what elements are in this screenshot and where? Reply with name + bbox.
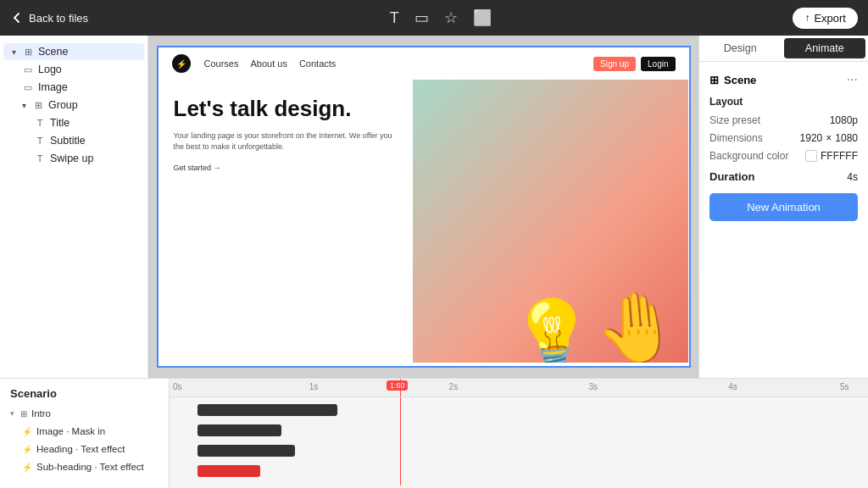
layer-label: Swipe up [50,152,93,164]
panel-tabs: Design Animate [699,36,868,62]
scenario-item-label: Image · Mask in [36,426,105,436]
group-icon: ⊞ [20,409,27,419]
group-icon: ⊞ [32,100,44,111]
layers-panel: ▾ ⊞ Scene ▭ Logo ▭ Image ▾ ⊞ Group T Tit… [0,36,148,378]
track-bar-2[interactable] [198,424,281,436]
scenario-item-label: Heading · Text effect [36,444,125,454]
right-panel: Design Animate ⊞ Scene ··· Layout Size p… [698,36,868,378]
image-icon: ▭ [22,64,34,75]
dim-separator: × [826,132,832,144]
lightning-icon: ⚡ [22,427,32,436]
scenario-item-label: Intro [31,408,51,419]
layer-label: Scene [38,46,68,58]
scenario-image-mask[interactable]: ⚡ Image · Mask in [10,424,159,438]
layer-image[interactable]: ▭ Image [3,79,144,96]
track-3 [170,441,868,460]
layer-label: Title [50,117,70,129]
playhead-label: 1:60 [387,380,409,391]
nav-contacts: Contacts [299,58,336,69]
dimensions-values: 1920 × 1080 [800,132,858,144]
text-tool-icon[interactable]: T [390,9,399,27]
caret-icon: ▾ [12,47,16,57]
nav-about: About us [250,58,287,69]
size-preset-value: 1080p [830,114,858,126]
track-bar-1[interactable] [198,404,337,416]
image-icon: ▭ [22,82,34,93]
back-to-files-button[interactable]: Back to files [10,11,88,25]
main-area: ▾ ⊞ Scene ▭ Logo ▭ Image ▾ ⊞ Group T Tit… [0,36,868,378]
bg-color-value-area: FFFFFF [805,150,858,162]
rect-tool-icon[interactable]: ▭ [415,8,429,27]
size-preset-row: Size preset 1080p [709,114,858,126]
tab-animate[interactable]: Animate [784,38,866,58]
layer-group[interactable]: ▾ ⊞ Group [3,97,144,114]
layer-title[interactable]: T Title [3,114,144,131]
export-button[interactable]: ↑ Export [793,8,858,29]
lightning-icon: ⚡ [22,445,32,454]
track-bar-3[interactable] [198,445,295,457]
scene-icon: ⊞ [22,47,34,58]
topbar: Back to files T ▭ ☆ ⬜ ↑ Export [0,0,868,36]
text-icon: T [34,153,46,164]
layer-subtitle[interactable]: T Subtitle [3,132,144,149]
canvas-subtext: Your landing page is your storefront on … [174,130,398,153]
canvas-nav-links: Courses About us Contacts [204,58,337,69]
export-label: Export [814,12,846,25]
tab-design[interactable]: Design [699,36,782,61]
logo-icon: ⚡ [176,59,186,69]
timeline-playhead[interactable]: 1:60 [400,379,401,396]
canvas-right-content: 💡🤚 [413,80,689,363]
export-area: ↑ Export [793,8,858,29]
scenario-intro[interactable]: ▾ ⊞ Intro [10,407,159,420]
layer-logo[interactable]: ▭ Logo [3,61,144,78]
track-bar-4[interactable] [198,465,260,477]
tick-4s: 4s [728,382,737,391]
layer-label: Subtitle [50,135,86,147]
color-swatch[interactable] [805,150,817,162]
canvas-frame[interactable]: ⚡ Courses About us Contacts Sign up Logi… [157,46,691,368]
dim-width: 1920 [800,132,823,144]
scene-panel-icon: ⊞ [709,74,719,86]
scenario-subheading-text[interactable]: ⚡ Sub-heading · Text effect [10,460,159,474]
bg-color-value: FFFFFF [821,150,858,162]
bottom-area: Scenario ▾ ⊞ Intro ⚡ Image · Mask in ⚡ H… [0,378,868,488]
timeline-area: 0s 1s 2s 3s 4s 5s 1:60 [170,379,868,488]
star-tool-icon[interactable]: ☆ [444,8,458,27]
playhead-line [400,397,401,485]
track-1 [170,401,868,419]
duration-value: 4s [847,171,858,183]
layer-label: Group [48,99,78,111]
size-preset-label: Size preset [709,114,760,126]
track-2 [170,421,868,440]
layout-group-label: Layout [709,96,858,108]
tick-0s: 0s [173,382,182,391]
dimensions-row: Dimensions 1920 × 1080 [709,132,858,144]
canvas-left-content: Let's talk design. Your landing page is … [159,80,413,363]
scenario-title: Scenario [10,387,159,400]
canvas-split: Let's talk design. Your landing page is … [159,80,689,363]
image-tool-icon[interactable]: ⬜ [473,8,492,27]
dim-height: 1080 [835,132,858,144]
layer-label: Logo [38,64,62,75]
layer-scene[interactable]: ▾ ⊞ Scene [3,43,144,60]
caret-icon: ▾ [22,101,26,110]
text-icon: T [34,118,46,128]
signup-btn[interactable]: Sign up [593,57,636,71]
layer-swipe[interactable]: T Swipe up [3,150,144,167]
bulb-hand-image: 💡🤚 [508,284,683,363]
login-btn[interactable]: Login [641,57,675,71]
new-animation-button[interactable]: New Animation [709,193,858,221]
tick-1s: 1s [309,382,319,391]
dimensions-label: Dimensions [709,132,763,144]
scenario-panel: Scenario ▾ ⊞ Intro ⚡ Image · Mask in ⚡ H… [0,379,170,488]
canvas-nav: ⚡ Courses About us Contacts Sign up Logi… [159,47,689,80]
tick-2s: 2s [449,382,459,391]
layer-label: Image [38,81,68,93]
panel-more-icon[interactable]: ··· [847,72,858,87]
scenario-heading-text[interactable]: ⚡ Heading · Text effect [10,442,159,456]
tick-5s: 5s [840,382,849,391]
timeline-ruler: 0s 1s 2s 3s 4s 5s 1:60 [170,379,868,397]
canvas-area: ⚡ Courses About us Contacts Sign up Logi… [148,36,698,378]
lightning-icon: ⚡ [22,463,32,472]
text-icon: T [34,136,46,146]
